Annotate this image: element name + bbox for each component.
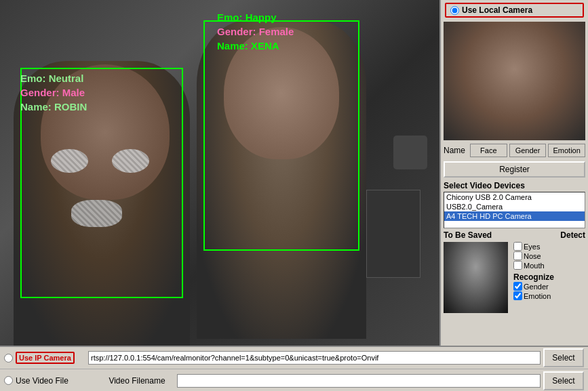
detect-label: Detect [560,230,585,240]
recognize-gender-checkbox[interactable] [513,282,522,291]
face2-name-value: XENA [251,40,279,52]
face2-labels: Emo: Happy Gender: Female Name: XENA [217,10,294,53]
detect-mouth-checkbox[interactable] [513,261,522,270]
use-local-camera-container: Use Local Camera [445,3,584,18]
detect-eyes-checkbox[interactable] [513,242,522,251]
device-item-1[interactable]: USB2.0_Camera [444,202,585,211]
eye-mosaic-right [112,149,149,173]
name-row: Name Face Gender Emotion [441,142,588,159]
video-filename-input[interactable] [177,374,541,388]
device-list[interactable]: Chicony USB 2.0 Camera USB2.0_Camera A4 … [444,192,585,228]
bg-object [366,190,420,278]
device-item-2[interactable]: A4 TECH HD PC Camera [444,211,585,221]
device-item-0[interactable]: Chicony USB 2.0 Camera [444,192,585,202]
name-label: Name [444,146,465,155]
recognize-emotion-row: Emotion [513,291,585,300]
face1-labels: Emo: Neutral Gender: Male Name: ROBIN [20,71,87,114]
face1-emo-label: Emo: [20,73,49,84]
recognize-gender-label: Gender [524,283,549,291]
video-file-radio[interactable] [4,376,13,385]
recognize-emotion-checkbox[interactable] [513,291,522,300]
detect-nose-row: Nose [513,251,585,260]
bg-object2 [393,136,427,169]
mouth-mosaic [71,200,122,227]
register-button[interactable]: Register [444,161,585,178]
video-file-row: Use Video File Video Filename Select [0,369,588,391]
select-video-button[interactable]: Select [543,371,584,390]
ip-camera-radio[interactable] [4,354,13,363]
detect-eyes-label: Eyes [524,243,540,251]
detect-eyes-row: Eyes [513,242,585,251]
face1-gender-label: Gender: [20,87,62,98]
ip-camera-row: Use IP Camera Select [0,347,588,369]
main-video: Emo: Neutral Gender: Male Name: ROBIN Em… [0,0,439,346]
face2-emo-value: Happy [246,12,277,23]
select-video-label: Select Video Devices [441,180,588,192]
bottom-bar: Use IP Camera Select Use Video File Vide… [0,346,588,391]
face1-emo-value: Neutral [49,73,84,84]
video-file-label: Use Video File [16,376,97,386]
face-box-2 [203,20,359,251]
detect-mouth-row: Mouth [513,261,585,270]
to-be-saved-label: To Be Saved [444,230,492,240]
ip-camera-radio-label: Use IP Camera [4,352,85,364]
use-local-camera-label: Use Local Camera [462,5,532,15]
eye-mosaic-left [51,149,88,173]
use-local-camera-radio[interactable] [450,6,459,15]
detect-col: Eyes Nose Mouth Recognize Gender Emotion [508,242,585,313]
select-ip-button[interactable]: Select [543,348,584,367]
ip-camera-label: Use IP Camera [16,352,75,364]
face1-gender-value: Male [62,87,85,98]
face2-gender-value: Female [259,26,294,37]
detect-nose-label: Nose [524,252,541,260]
tab-gender-button[interactable]: Gender [509,144,547,157]
video-filename-label: Video Filename [100,376,174,386]
preview-area [444,22,585,140]
face2-name-label: Name: [217,40,251,52]
tab-face-button[interactable]: Face [470,144,507,157]
face2-gender-label: Gender: [217,26,259,37]
right-panel: Use Local Camera Name Face Gender Emotio… [439,0,588,346]
face1-name-value: ROBIN [54,101,87,112]
detect-nose-checkbox[interactable] [513,251,522,260]
face2-emo-label: Emo: [217,12,246,23]
preview-face [444,22,585,140]
recognize-gender-row: Gender [513,282,585,291]
tab-emotion-button[interactable]: Emotion [548,144,585,157]
detect-recognize-area: Eyes Nose Mouth Recognize Gender Emotion [441,241,588,314]
face1-name-label: Name: [20,101,54,112]
video-file-radio-label: Use Video File [4,376,97,386]
detect-mouth-label: Mouth [524,262,545,270]
recognize-emotion-label: Emotion [524,292,551,300]
ip-url-input[interactable] [88,351,541,365]
saved-thumb [444,242,508,313]
recognize-label: Recognize [513,272,585,282]
